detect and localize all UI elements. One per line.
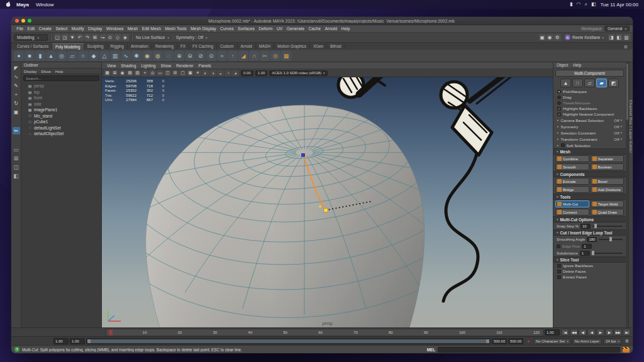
outliner-item-pcube1[interactable]: □pCube1 <box>21 119 101 125</box>
control-center-icon[interactable]: ◧ <box>591 1 596 8</box>
timeline-playhead[interactable] <box>109 329 113 336</box>
smooth-icon[interactable]: ≈ <box>217 51 227 61</box>
viewport-menu-view[interactable]: View <box>104 63 118 68</box>
edge-selection-mode-icon[interactable]: ▱ <box>584 79 595 87</box>
command-line-input[interactable] <box>438 347 620 353</box>
poly-disc-icon[interactable]: ○ <box>78 51 88 61</box>
outliner-search-input[interactable] <box>23 75 99 81</box>
section-mesh[interactable]: ▾Mesh <box>553 148 626 155</box>
toolkit-menu-object[interactable]: Object <box>557 63 568 67</box>
menu-mesh[interactable]: Mesh <box>126 26 140 31</box>
slider-handle[interactable] <box>609 237 612 241</box>
resolution-gate-icon[interactable]: ▭ <box>157 70 164 77</box>
soft-selection-checkbox[interactable] <box>561 143 565 147</box>
mac-menu-window[interactable]: Window <box>35 2 55 8</box>
shelf-tab-rigging[interactable]: Rigging <box>108 43 128 50</box>
four-pane-layout-icon[interactable]: ⊞ <box>13 155 20 162</box>
active-tool-multi-cut-icon[interactable]: ✂ <box>13 127 20 134</box>
radio-tweak-marquee[interactable] <box>557 101 561 105</box>
viewport-menu-show[interactable]: Show <box>158 63 174 68</box>
separate-button[interactable]: Separate <box>591 155 625 162</box>
setting-smoothing-angle[interactable]: Smoothing Angle180 <box>553 236 626 243</box>
smooth-button[interactable]: Smooth <box>555 163 589 170</box>
viewport-menu-lighting[interactable]: Lighting <box>138 63 158 68</box>
multi-cut-button[interactable]: Multi-Cut <box>555 200 589 207</box>
menu-cache[interactable]: Cache <box>306 26 323 31</box>
menu-mesh-tools[interactable]: Mesh Tools <box>163 26 189 31</box>
go-to-start-button[interactable]: |◀ <box>561 329 569 336</box>
menu-uv[interactable]: UV <box>275 26 285 31</box>
vertex-selection-mode-icon[interactable]: ∷ <box>572 79 583 87</box>
playback-start-field[interactable]: 1.00 <box>70 338 85 344</box>
motion-blur-icon[interactable]: ◒ <box>217 70 224 77</box>
option-ignore-backfaces[interactable]: Ignore Backfaces <box>553 263 626 268</box>
combine-button[interactable]: Combine <box>555 155 589 162</box>
option-delete-faces[interactable]: Delete Faces <box>553 268 626 274</box>
current-frame-field[interactable]: 1.00 <box>545 329 560 336</box>
section-tools[interactable]: ▾Tools <box>553 194 626 200</box>
poly-cone-icon[interactable]: ▲ <box>46 51 56 61</box>
menu-generate[interactable]: Generate <box>285 26 307 31</box>
menu-modify[interactable]: Modify <box>69 26 86 31</box>
character-set-selector[interactable]: No Character Set▾ <box>533 338 571 344</box>
quad-draw-button[interactable]: Quad Draw <box>591 209 625 216</box>
poly-cube-icon[interactable]: ■ <box>25 51 35 61</box>
section-cut-insert-edge-loop-tool[interactable]: ▾Cut / Insert Edge Loop Tool <box>553 229 626 236</box>
anim-layer-selector[interactable]: No Anim Layer <box>572 338 602 344</box>
fps-selector[interactable]: 24 fps▾ <box>603 338 622 344</box>
command-line-language-toggle[interactable]: MEL <box>427 348 435 352</box>
channel-box-tab[interactable]: Channel Box / Layer Editor <box>629 100 633 153</box>
timeline[interactable]: 0102030405060708090100110120 <box>106 329 543 336</box>
viewport-menu-panels[interactable]: Panels <box>196 63 214 68</box>
field-smoothing-angle[interactable]: 180 <box>587 237 597 242</box>
minimize-window-button[interactable] <box>21 19 25 23</box>
clapperboard-icon[interactable] <box>623 347 630 353</box>
shelf-tab-bifrost[interactable]: Bifrost <box>327 43 345 50</box>
combine-icon[interactable]: ⊕ <box>174 51 184 61</box>
camera-attributes-icon[interactable]: ◉ <box>119 70 126 77</box>
menu-edit[interactable]: Edit <box>25 26 36 31</box>
target-weld-button[interactable]: Target Weld <box>591 200 625 207</box>
make-live-icon[interactable]: ◈ <box>122 34 129 41</box>
slider-snap-step[interactable] <box>592 226 623 227</box>
apple-menu-icon[interactable] <box>6 1 11 8</box>
save-scene-icon[interactable]: ▼ <box>69 34 76 41</box>
shelf-tab-arnold[interactable]: Arnold <box>238 43 256 50</box>
select-camera-icon[interactable]: ▦ <box>104 70 111 77</box>
slider-smoothing-angle[interactable] <box>599 239 623 240</box>
paint-selection-tool-icon[interactable]: ✎ <box>13 82 20 89</box>
setting-transform-constraint[interactable]: ▸Transform ConstraintOff▾ <box>553 136 626 142</box>
setting-camera-based-selection[interactable]: ▸Camera Based SelectionOff▾ <box>553 117 626 123</box>
2d-pan-zoom-icon[interactable]: ⌖ <box>142 70 148 77</box>
window-titlebar[interactable]: Microphone.0002.mb* - Autodesk MAYA 2023… <box>11 17 633 25</box>
select-tool-icon[interactable]: ◤ <box>13 64 20 72</box>
new-scene-icon[interactable]: ▢ <box>54 34 61 41</box>
connect-button[interactable]: Connect <box>555 209 589 216</box>
poly-sphere-icon[interactable]: ● <box>14 51 24 61</box>
check-highlight-backfaces[interactable]: ✓ <box>557 107 561 111</box>
setting-edge-flow[interactable]: Edge Flow1 <box>553 243 626 250</box>
field-subdivisions[interactable]: 1 <box>580 251 590 256</box>
play-forwards-button[interactable]: ▶ <box>596 329 604 336</box>
gamma-field[interactable]: 1.00 <box>255 70 268 76</box>
menu-mesh-display[interactable]: Mesh Display <box>189 26 218 31</box>
playback-end-field[interactable]: 500.00 <box>492 338 507 344</box>
face-selection-mode-icon[interactable]: ▰ <box>596 79 607 87</box>
multi-cut-shelf-icon[interactable]: ✂ <box>260 51 270 61</box>
setting-symmetry[interactable]: ▸SymmetryOff▾ <box>553 123 626 129</box>
bridge-icon[interactable]: ∩ <box>249 51 259 61</box>
multi-component-button[interactable]: Multi-Component <box>555 70 624 77</box>
object-selection-mode-icon[interactable]: ▲ <box>560 79 571 87</box>
section-slice-tool[interactable]: ▾Slice Tool <box>553 256 626 263</box>
separate-icon[interactable]: ⊖ <box>185 51 195 61</box>
shelf-tab-mash[interactable]: MASH <box>256 43 274 50</box>
search-icon[interactable]: ⌕ <box>584 1 587 8</box>
play-backwards-button[interactable]: ◀ <box>587 329 596 336</box>
step-back-key-button[interactable]: ◀◀ <box>570 329 578 336</box>
boolean-union-icon[interactable]: ◉ <box>142 51 152 61</box>
poly-plane-icon[interactable]: ▱ <box>67 51 77 61</box>
boolean-button[interactable]: Boolean <box>591 163 625 170</box>
lock-camera-icon[interactable]: ⊠ <box>111 70 118 77</box>
shelf-options-icon[interactable]: ⚙ <box>621 45 630 50</box>
menu-curves[interactable]: Curves <box>218 26 236 31</box>
